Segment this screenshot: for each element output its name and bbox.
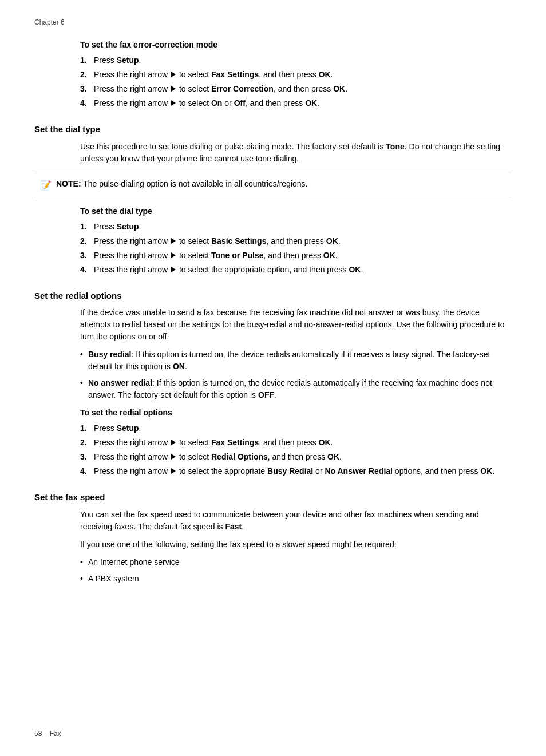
right-arrow-icon — [171, 86, 176, 92]
set-fax-speed-body2: If you use one of the following, setting… — [80, 539, 512, 551]
redial-step-2: 2. Press the right arrow to select Fax S… — [80, 437, 512, 449]
page-footer: 58 Fax — [34, 729, 61, 739]
note-box: 📝 NOTE: The pulse-dialing option is not … — [34, 173, 512, 197]
to-set-redial-header: To set the redial options — [80, 407, 512, 419]
step-2: 2. Press the right arrow to select Fax S… — [80, 69, 512, 81]
set-fax-speed-body1: You can set the fax speed used to commun… — [80, 509, 512, 533]
note-text: NOTE: The pulse-dialing option is not av… — [56, 178, 307, 190]
bullet-pbx: A PBX system — [80, 573, 512, 585]
set-redial-options-body: If the device was unable to send a fax b… — [80, 307, 512, 343]
set-fax-speed-section: Set the fax speed You can set the fax sp… — [34, 491, 512, 585]
step-3: 3. Press the right arrow to select Error… — [80, 83, 512, 95]
right-arrow-icon — [171, 100, 176, 106]
fax-error-correction-header: To set the fax error-correction mode — [80, 39, 512, 51]
set-dial-type-section: Set the dial type Use this procedure to … — [34, 123, 512, 276]
redial-steps: 1. Press Setup. 2. Press the right arrow… — [80, 422, 512, 477]
fax-error-correction-steps: 1. Press Setup. 2. Press the right arrow… — [80, 54, 512, 109]
step-4: 4. Press the right arrow to select On or… — [80, 97, 512, 109]
redial-step-4: 4. Press the right arrow to select the a… — [80, 465, 512, 477]
step-1: 1. Press Setup. — [80, 54, 512, 66]
right-arrow-icon — [171, 238, 176, 244]
bullet-no-answer-redial: No answer redial: If this option is turn… — [80, 377, 512, 401]
set-dial-type-title: Set the dial type — [34, 123, 512, 136]
right-arrow-icon — [171, 468, 176, 474]
dial-step-4: 4. Press the right arrow to select the a… — [80, 264, 512, 276]
set-fax-speed-title: Set the fax speed — [34, 491, 512, 504]
dial-step-3: 3. Press the right arrow to select Tone … — [80, 250, 512, 262]
right-arrow-icon — [171, 454, 176, 460]
right-arrow-icon — [171, 252, 176, 258]
to-set-dial-type-header: To set the dial type — [80, 205, 512, 217]
chapter-label: Chapter 6 — [34, 17, 512, 27]
right-arrow-icon — [171, 72, 176, 77]
dial-step-2: 2. Press the right arrow to select Basic… — [80, 235, 512, 247]
page-number: 58 — [34, 730, 42, 738]
bullet-busy-redial: Busy redial: If this option is turned on… — [80, 349, 512, 373]
redial-step-3: 3. Press the right arrow to select Redia… — [80, 451, 512, 463]
right-arrow-icon — [171, 440, 176, 445]
set-redial-options-title: Set the redial options — [34, 290, 512, 303]
right-arrow-icon — [171, 267, 176, 272]
set-dial-type-steps: 1. Press Setup. 2. Press the right arrow… — [80, 221, 512, 276]
note-icon: 📝 — [40, 179, 52, 192]
redial-bullets: Busy redial: If this option is turned on… — [80, 349, 512, 401]
redial-step-1: 1. Press Setup. — [80, 422, 512, 434]
fax-speed-bullets: An Internet phone service A PBX system — [80, 556, 512, 585]
set-dial-type-body: Use this procedure to set tone-dialing o… — [80, 141, 512, 165]
bullet-internet-phone: An Internet phone service — [80, 556, 512, 568]
footer-label: Fax — [50, 730, 61, 738]
dial-step-1: 1. Press Setup. — [80, 221, 512, 233]
set-redial-options-section: Set the redial options If the device was… — [34, 290, 512, 478]
